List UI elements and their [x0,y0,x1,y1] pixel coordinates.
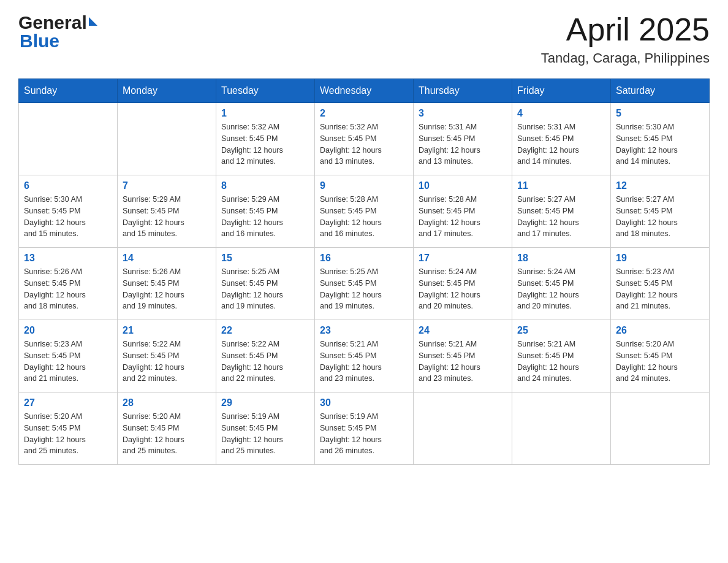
day-number: 30 [320,397,408,408]
day-info: Sunrise: 5:20 AM Sunset: 5:45 PM Dayligh… [616,339,704,385]
calendar-week-row: 6Sunrise: 5:30 AM Sunset: 5:45 PM Daylig… [19,175,710,248]
calendar-cell: 10Sunrise: 5:28 AM Sunset: 5:45 PM Dayli… [414,175,512,248]
calendar-cell: 4Sunrise: 5:31 AM Sunset: 5:45 PM Daylig… [512,103,611,175]
day-number: 8 [221,180,309,191]
day-info: Sunrise: 5:22 AM Sunset: 5:45 PM Dayligh… [221,339,309,385]
day-info: Sunrise: 5:32 AM Sunset: 5:45 PM Dayligh… [221,121,309,167]
day-info: Sunrise: 5:21 AM Sunset: 5:45 PM Dayligh… [517,339,605,385]
calendar-cell: 23Sunrise: 5:21 AM Sunset: 5:45 PM Dayli… [315,320,414,393]
day-number: 11 [517,180,605,191]
weekday-header-saturday: Saturday [611,79,710,103]
day-number: 18 [517,253,605,264]
day-number: 17 [419,253,507,264]
day-info: Sunrise: 5:26 AM Sunset: 5:45 PM Dayligh… [123,266,211,312]
calendar-cell [414,393,512,465]
weekday-header-thursday: Thursday [414,79,512,103]
day-number: 27 [24,397,112,408]
day-info: Sunrise: 5:31 AM Sunset: 5:45 PM Dayligh… [419,121,507,167]
calendar-cell: 29Sunrise: 5:19 AM Sunset: 5:45 PM Dayli… [216,393,315,465]
calendar-cell: 20Sunrise: 5:23 AM Sunset: 5:45 PM Dayli… [19,320,118,393]
day-info: Sunrise: 5:24 AM Sunset: 5:45 PM Dayligh… [517,266,605,312]
day-info: Sunrise: 5:21 AM Sunset: 5:45 PM Dayligh… [419,339,507,385]
logo: General Blue [18,12,97,52]
day-info: Sunrise: 5:24 AM Sunset: 5:45 PM Dayligh… [419,266,507,312]
day-info: Sunrise: 5:20 AM Sunset: 5:45 PM Dayligh… [24,411,112,457]
day-info: Sunrise: 5:26 AM Sunset: 5:45 PM Dayligh… [24,266,112,312]
day-info: Sunrise: 5:27 AM Sunset: 5:45 PM Dayligh… [616,194,704,240]
calendar-cell: 16Sunrise: 5:25 AM Sunset: 5:45 PM Dayli… [315,248,414,320]
logo-arrow-icon [89,17,97,26]
calendar-cell: 30Sunrise: 5:19 AM Sunset: 5:45 PM Dayli… [315,393,414,465]
day-number: 3 [419,108,507,119]
day-info: Sunrise: 5:28 AM Sunset: 5:45 PM Dayligh… [320,194,408,240]
day-info: Sunrise: 5:32 AM Sunset: 5:45 PM Dayligh… [320,121,408,167]
calendar-cell: 25Sunrise: 5:21 AM Sunset: 5:45 PM Dayli… [512,320,611,393]
calendar-cell: 21Sunrise: 5:22 AM Sunset: 5:45 PM Dayli… [118,320,216,393]
day-number: 10 [419,180,507,191]
calendar-cell: 14Sunrise: 5:26 AM Sunset: 5:45 PM Dayli… [118,248,216,320]
calendar-cell: 15Sunrise: 5:25 AM Sunset: 5:45 PM Dayli… [216,248,315,320]
calendar-cell: 11Sunrise: 5:27 AM Sunset: 5:45 PM Dayli… [512,175,611,248]
day-number: 1 [221,108,309,119]
calendar-cell: 13Sunrise: 5:26 AM Sunset: 5:45 PM Dayli… [19,248,118,320]
calendar-table: SundayMondayTuesdayWednesdayThursdayFrid… [18,79,710,465]
day-number: 12 [616,180,704,191]
weekday-header-sunday: Sunday [19,79,118,103]
weekday-header-wednesday: Wednesday [315,79,414,103]
day-number: 20 [24,325,112,336]
calendar-cell [19,103,118,175]
day-number: 13 [24,253,112,264]
calendar-body: 1Sunrise: 5:32 AM Sunset: 5:45 PM Daylig… [19,103,710,465]
calendar-cell: 24Sunrise: 5:21 AM Sunset: 5:45 PM Dayli… [414,320,512,393]
calendar-week-row: 1Sunrise: 5:32 AM Sunset: 5:45 PM Daylig… [19,103,710,175]
day-number: 23 [320,325,408,336]
calendar-cell: 7Sunrise: 5:29 AM Sunset: 5:45 PM Daylig… [118,175,216,248]
calendar-cell: 18Sunrise: 5:24 AM Sunset: 5:45 PM Dayli… [512,248,611,320]
calendar-week-row: 20Sunrise: 5:23 AM Sunset: 5:45 PM Dayli… [19,320,710,393]
calendar-cell: 26Sunrise: 5:20 AM Sunset: 5:45 PM Dayli… [611,320,710,393]
day-info: Sunrise: 5:22 AM Sunset: 5:45 PM Dayligh… [123,339,211,385]
calendar-week-row: 27Sunrise: 5:20 AM Sunset: 5:45 PM Dayli… [19,393,710,465]
calendar-cell [611,393,710,465]
day-info: Sunrise: 5:25 AM Sunset: 5:45 PM Dayligh… [320,266,408,312]
day-number: 21 [123,325,211,336]
day-number: 9 [320,180,408,191]
calendar-cell: 19Sunrise: 5:23 AM Sunset: 5:45 PM Dayli… [611,248,710,320]
calendar-cell [118,103,216,175]
day-number: 6 [24,180,112,191]
day-info: Sunrise: 5:29 AM Sunset: 5:45 PM Dayligh… [123,194,211,240]
day-number: 26 [616,325,704,336]
calendar-cell: 12Sunrise: 5:27 AM Sunset: 5:45 PM Dayli… [611,175,710,248]
calendar-cell: 22Sunrise: 5:22 AM Sunset: 5:45 PM Dayli… [216,320,315,393]
title-area: April 2025 Tandag, Caraga, Philippines [541,12,710,66]
calendar-cell: 5Sunrise: 5:30 AM Sunset: 5:45 PM Daylig… [611,103,710,175]
calendar-cell: 6Sunrise: 5:30 AM Sunset: 5:45 PM Daylig… [19,175,118,248]
day-number: 24 [419,325,507,336]
calendar-cell: 9Sunrise: 5:28 AM Sunset: 5:45 PM Daylig… [315,175,414,248]
day-number: 15 [221,253,309,264]
logo-row1: General [18,12,97,33]
day-number: 7 [123,180,211,191]
calendar-cell: 3Sunrise: 5:31 AM Sunset: 5:45 PM Daylig… [414,103,512,175]
calendar-cell [512,393,611,465]
day-info: Sunrise: 5:23 AM Sunset: 5:45 PM Dayligh… [24,339,112,385]
page-header: General Blue April 2025 Tandag, Caraga, … [18,12,710,66]
calendar-cell: 8Sunrise: 5:29 AM Sunset: 5:45 PM Daylig… [216,175,315,248]
day-number: 14 [123,253,211,264]
day-info: Sunrise: 5:31 AM Sunset: 5:45 PM Dayligh… [517,121,605,167]
day-info: Sunrise: 5:30 AM Sunset: 5:45 PM Dayligh… [616,121,704,167]
weekday-header-tuesday: Tuesday [216,79,315,103]
day-number: 25 [517,325,605,336]
day-number: 4 [517,108,605,119]
day-info: Sunrise: 5:19 AM Sunset: 5:45 PM Dayligh… [320,411,408,457]
day-info: Sunrise: 5:27 AM Sunset: 5:45 PM Dayligh… [517,194,605,240]
month-year-title: April 2025 [541,12,710,47]
location-subtitle: Tandag, Caraga, Philippines [541,50,710,66]
logo-general: General [18,12,87,33]
calendar-cell: 2Sunrise: 5:32 AM Sunset: 5:45 PM Daylig… [315,103,414,175]
day-number: 5 [616,108,704,119]
day-number: 28 [123,397,211,408]
day-number: 2 [320,108,408,119]
day-info: Sunrise: 5:29 AM Sunset: 5:45 PM Dayligh… [221,194,309,240]
logo-blue: Blue [18,31,97,52]
